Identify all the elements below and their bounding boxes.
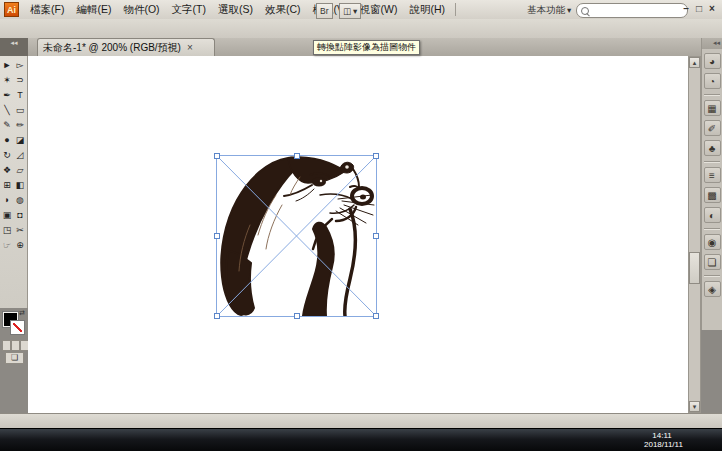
menu-file[interactable]: 檔案(F) xyxy=(24,0,70,19)
illustrator-screen: Ai 檔案(F) 編輯(E) 物件(O) 文字(T) 選取(S) 效果(C) 檢… xyxy=(0,0,722,451)
vertical-scroll-thumb[interactable] xyxy=(689,252,700,284)
slice-tool[interactable]: ✂ xyxy=(14,223,27,238)
vertical-scrollbar[interactable]: ▴ ▾ xyxy=(688,56,701,413)
magic-wand-tool[interactable]: ✶ xyxy=(1,73,14,88)
brushes-panel-icon[interactable]: ✐ xyxy=(704,120,721,136)
type-tool[interactable]: T xyxy=(14,88,27,103)
tab-close-icon[interactable]: × xyxy=(187,42,193,53)
tools-panel-header[interactable]: ◂◂ xyxy=(0,38,28,56)
layers-panel-icon[interactable]: ◈ xyxy=(704,281,721,297)
workspace-switcher[interactable]: 基本功能 ▾ xyxy=(524,3,574,16)
gradient-tool[interactable]: ◧ xyxy=(14,178,27,193)
pencil-tool[interactable]: ✏ xyxy=(14,118,27,133)
selection-handle-e[interactable] xyxy=(373,233,379,239)
title-bar: Ai 檔案(F) 編輯(E) 物件(O) 文字(T) 選取(S) 效果(C) 檢… xyxy=(0,0,722,20)
menu-object[interactable]: 物件(O) xyxy=(117,0,165,19)
scroll-down-button[interactable]: ▾ xyxy=(689,401,700,412)
window-maximize-button[interactable]: □ xyxy=(693,2,705,15)
toolbar-separator xyxy=(455,3,456,16)
live-paint-bucket-tool[interactable]: ▣ xyxy=(1,208,14,223)
tool-grid: ► ▻ ✶ ⊃ ✒ T ╲ ▭ ✎ ✏ ● ◪ ↻ ◿ ❖ ▱ ⊞ ◧ ◗ ◍ … xyxy=(0,56,27,253)
arrange-documents-button[interactable]: ◫ ▾ xyxy=(339,3,361,19)
selection-bounding-box xyxy=(216,155,377,317)
live-trace-tooltip: 轉換點陣影像為描圖物件 xyxy=(313,40,420,55)
selection-handle-s[interactable] xyxy=(294,313,300,319)
app-logo-icon[interactable]: Ai xyxy=(4,2,19,17)
swap-fill-stroke-icon[interactable]: ⇄ xyxy=(19,309,25,316)
dock-tail xyxy=(701,330,722,413)
menu-help[interactable]: 說明(H) xyxy=(404,0,452,19)
menu-select[interactable]: 選取(S) xyxy=(212,0,259,19)
selection-handle-w[interactable] xyxy=(214,233,220,239)
menu-bar: 檔案(F) 編輯(E) 物件(O) 文字(T) 選取(S) 效果(C) 檢視(V… xyxy=(24,0,460,19)
dropdown-icon: ▾ xyxy=(353,5,357,17)
eraser-tool[interactable]: ◪ xyxy=(14,133,27,148)
color-panel-icon[interactable]: ◕ xyxy=(704,53,721,69)
document-tab-title: 未命名-1* @ 200% (RGB/預視) xyxy=(43,41,181,55)
zoom-tool[interactable]: ⊕ xyxy=(14,238,27,253)
swatches-panel-icon[interactable]: ▦ xyxy=(704,100,721,116)
symbols-panel-icon[interactable]: ♣ xyxy=(704,140,721,156)
transparency-panel-icon[interactable]: ◐ xyxy=(704,207,721,223)
screen-mode-button[interactable]: ❏ xyxy=(5,352,24,364)
arrange-documents-icon: ◫ xyxy=(343,5,351,17)
width-tool[interactable]: ❖ xyxy=(1,163,14,178)
artboard-tool[interactable]: ◳ xyxy=(1,223,14,238)
windows-taskbar: e ▶ Ai Adobe Illustrator... 中 ? ▴ ⚑× ▤ × xyxy=(0,428,722,451)
clock-time: 14:11 xyxy=(644,431,680,440)
stroke-color-swatch[interactable] xyxy=(11,321,24,334)
dock-divider xyxy=(704,161,720,163)
blob-brush-tool[interactable]: ● xyxy=(1,133,14,148)
graphic-styles-panel-icon[interactable]: ❏ xyxy=(704,254,721,270)
pen-tool[interactable]: ✒ xyxy=(1,88,14,103)
tools-panel: ► ▻ ✶ ⊃ ✒ T ╲ ▭ ✎ ✏ ● ◪ ↻ ◿ ❖ ▱ ⊞ ◧ ◗ ◍ … xyxy=(0,56,28,308)
document-tab[interactable]: 未命名-1* @ 200% (RGB/預視) × xyxy=(37,38,215,56)
clock-date: 2018/11/11 xyxy=(644,440,680,449)
dock-divider xyxy=(704,94,720,96)
lasso-tool[interactable]: ⊃ xyxy=(14,73,27,88)
dock-expand-button[interactable]: ◂◂ xyxy=(702,38,722,49)
selection-handle-n[interactable] xyxy=(294,153,300,159)
free-transform-tool[interactable]: ▱ xyxy=(14,163,27,178)
scale-tool[interactable]: ◿ xyxy=(14,148,27,163)
gradient-panel-icon[interactable]: ▩ xyxy=(704,187,721,203)
rotate-tool[interactable]: ↻ xyxy=(1,148,14,163)
menu-edit[interactable]: 編輯(E) xyxy=(70,0,117,19)
hand-tool[interactable]: ☞ xyxy=(1,238,14,253)
appearance-panel-icon[interactable]: ◉ xyxy=(704,234,721,250)
scroll-up-button[interactable]: ▴ xyxy=(689,57,700,68)
live-paint-selection-tool[interactable]: ◘ xyxy=(14,208,27,223)
dropdown-icon: ▾ xyxy=(567,4,571,16)
dock-divider xyxy=(704,228,720,230)
selection-diagonals xyxy=(217,156,376,316)
color-guide-panel-icon[interactable]: ◔ xyxy=(704,73,721,89)
status-bar: 200% ▾ ▏◂ ◂ 1 ▾ ▸ ▸▏ ◔ 從未儲存 ▸ ◂ ▸ xyxy=(0,413,722,429)
menu-effect[interactable]: 效果(C) xyxy=(259,0,307,19)
rectangle-tool[interactable]: ▭ xyxy=(14,103,27,118)
selection-handle-se[interactable] xyxy=(373,313,379,319)
selection-handle-sw[interactable] xyxy=(214,313,220,319)
selection-tool[interactable]: ► xyxy=(1,58,14,73)
menu-type[interactable]: 文字(T) xyxy=(166,0,212,19)
blend-tool[interactable]: ◍ xyxy=(14,193,27,208)
line-tool[interactable]: ╲ xyxy=(1,103,14,118)
paintbrush-tool[interactable]: ✎ xyxy=(1,118,14,133)
dock-divider xyxy=(704,275,720,277)
window-close-button[interactable]: × xyxy=(706,2,718,15)
direct-selection-tool[interactable]: ▻ xyxy=(14,58,27,73)
selection-handle-ne[interactable] xyxy=(373,153,379,159)
control-panel: 連結檔案 13725091_1074574949291614_9... RGB … xyxy=(0,19,722,39)
mesh-tool[interactable]: ⊞ xyxy=(1,178,14,193)
draw-behind-mode-button[interactable] xyxy=(11,340,20,351)
window-minimize-button[interactable]: – xyxy=(680,2,692,15)
bridge-button[interactable]: Br xyxy=(316,3,333,19)
draw-normal-mode-button[interactable] xyxy=(2,340,11,351)
search-box[interactable] xyxy=(576,3,688,18)
search-input[interactable] xyxy=(592,5,676,17)
search-icon xyxy=(581,7,589,15)
eyedropper-tool[interactable]: ◗ xyxy=(1,193,14,208)
stroke-panel-icon[interactable]: ≡ xyxy=(704,167,721,183)
taskbar-clock[interactable]: 14:11 2018/11/11 xyxy=(644,431,680,449)
selection-handle-nw[interactable] xyxy=(214,153,220,159)
